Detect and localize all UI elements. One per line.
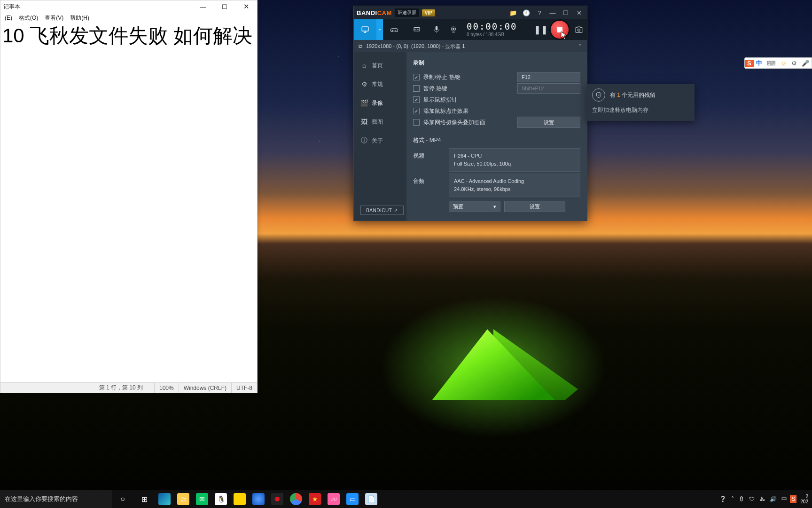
external-icon: ↗ — [394, 208, 398, 213]
settings-button[interactable]: 设置 — [517, 117, 580, 128]
mode-screen-dropdown[interactable]: ▾ — [376, 19, 383, 40]
taskbar-app-explorer[interactable]: 🗂 — [174, 490, 193, 508]
tray-clock[interactable]: 2202 — [797, 494, 811, 504]
sidebar-item-image[interactable]: 🖼截图 — [354, 112, 406, 131]
taskbar-app-wechat[interactable]: ✉ — [193, 490, 211, 508]
spec-audio-value: AAC - Advanced Audio Coding 24.0KHz, ste… — [449, 174, 580, 197]
mic-icon[interactable]: 🎤 — [799, 60, 812, 67]
menu-edit[interactable]: (E) — [2, 14, 15, 22]
spec-video-value: H264 - CPU Full Size, 50.00fps, 100q — [449, 148, 580, 172]
ime-logo[interactable]: S — [745, 60, 754, 67]
mode-screen-button[interactable] — [354, 19, 376, 40]
taskbar-app-pink[interactable]: UU — [324, 490, 343, 508]
checkbox-pause-hotkey[interactable] — [413, 85, 420, 92]
format-settings-button[interactable]: 设置 — [504, 201, 565, 212]
taskbar-app-qq[interactable]: 🐧 — [211, 490, 230, 508]
notepad-titlebar[interactable]: 记事本 — ☐ ✕ — [0, 0, 257, 13]
svg-point-2 — [395, 31, 396, 32]
bandicam-logo: BANDICAM — [357, 9, 392, 16]
taskbar-app-sticky[interactable] — [230, 490, 249, 508]
folder-icon[interactable]: 📁 — [508, 9, 518, 16]
sidebar-item-about[interactable]: ⓘ关于 — [354, 131, 406, 150]
record-timer: 00:00:00 0 bytes / 188.4GB — [462, 19, 533, 40]
tray-ime-icon[interactable]: 中 — [780, 495, 789, 503]
popup-message: 有 1 个无用的残留 — [610, 91, 656, 99]
input-record-hotkey[interactable]: F12 — [517, 72, 580, 82]
spec-audio-label: 音频 — [413, 174, 449, 197]
gear-icon: ⚙ — [360, 80, 368, 88]
svg-point-6 — [453, 28, 454, 30]
gear-icon[interactable]: ⚙ — [789, 60, 799, 67]
tray-network-icon[interactable]: 🖧 — [757, 496, 767, 502]
bandicam-content: 录制 录制/停止 热键 F12 暂停 热键 Shift+F12 显示鼠标指针 添… — [406, 52, 587, 221]
cortana-button[interactable]: ○ — [112, 490, 133, 508]
checkbox-show-cursor[interactable] — [413, 96, 420, 103]
svg-text:HDMI: HDMI — [414, 29, 419, 31]
notepad-menubar: (E) 格式(O) 查看(V) 帮助(H) — [0, 13, 257, 23]
mode-device-button[interactable]: HDMI — [406, 19, 428, 40]
tray-help-icon[interactable]: ❔ — [718, 496, 728, 502]
keyboard-icon[interactable]: ⌨ — [765, 60, 778, 67]
notepad-window: 记事本 — ☐ ✕ (E) 格式(O) 查看(V) 帮助(H) 10 飞秋发文件… — [0, 0, 258, 393]
taskbar-app-window[interactable]: ▭ — [343, 490, 362, 508]
checkbox-record-hotkey[interactable] — [413, 74, 420, 80]
mode-game-button[interactable] — [383, 19, 406, 40]
minimize-button[interactable]: — — [192, 0, 214, 13]
maximize-button[interactable]: ☐ — [561, 9, 571, 16]
capture-info-bar[interactable]: ⧉ 1920x1080 - (0, 0), (1920, 1080) - 显示器… — [354, 40, 587, 52]
label-pause-hotkey: 暂停 热键 — [423, 85, 517, 93]
tray-app-icon[interactable]: 🛢 — [737, 496, 746, 502]
input-pause-hotkey[interactable]: Shift+F12 — [517, 83, 580, 94]
minimize-button[interactable]: — — [547, 9, 558, 16]
record-button[interactable] — [548, 19, 571, 40]
maximize-button[interactable]: ☐ — [214, 0, 235, 13]
bandicam-titlebar[interactable]: BANDICAM 班迪录屏 VIP 📁 🕘 ? — ☐ ✕ — [354, 6, 587, 19]
menu-view[interactable]: 查看(V) — [42, 14, 66, 23]
wallpaper-tent — [423, 315, 583, 400]
taskbar-app-notes[interactable]: 📄 — [362, 490, 381, 508]
popup-action[interactable]: 立即加速释放电脑内存 — [592, 106, 689, 114]
webcam-toggle[interactable] — [445, 19, 462, 40]
security-popup[interactable]: 有 1 个无用的残留 立即加速释放电脑内存 — [586, 84, 695, 121]
pause-button[interactable]: ❚❚ — [533, 19, 548, 40]
ime-toolbar[interactable]: S 中 ⌨ ☺ ⚙ 🎤 — [744, 57, 812, 69]
preset-dropdown[interactable]: 预置▾ — [449, 201, 500, 212]
emoji-icon[interactable]: ☺ — [778, 60, 789, 67]
status-zoom: 100% — [154, 383, 179, 393]
sidebar-item-general[interactable]: ⚙常规 — [354, 75, 406, 94]
notepad-title: 记事本 — [3, 3, 20, 11]
collapse-icon[interactable]: ⌃ — [578, 43, 582, 49]
tray-shield-icon[interactable]: 🛡 — [747, 496, 757, 502]
taskbar-app-edge[interactable] — [155, 490, 174, 508]
checkbox-webcam-overlay[interactable] — [413, 119, 420, 126]
format-header: 格式 — [413, 137, 424, 143]
mic-toggle[interactable] — [428, 19, 445, 40]
tray-sogou-icon[interactable]: S — [790, 495, 796, 503]
status-encoding: UTF-8 — [231, 383, 257, 393]
video-icon: 🎬 — [360, 99, 368, 107]
notepad-textarea[interactable]: 10 飞秋发文件失败 如何解决 — [0, 23, 257, 382]
taskbar-app-emblem[interactable]: ★ — [305, 490, 324, 508]
taskbar-app-browser[interactable] — [249, 490, 268, 508]
menu-help[interactable]: 帮助(H) — [68, 14, 92, 23]
clock-icon[interactable]: 🕘 — [521, 9, 531, 16]
checkbox-click-effect[interactable] — [413, 108, 420, 114]
bandicut-button[interactable]: BANDICUT↗ — [360, 206, 404, 215]
close-button[interactable]: ✕ — [574, 9, 584, 16]
help-icon[interactable]: ? — [534, 9, 545, 16]
bandicam-toolbar: ▾ HDMI 00:00:00 0 bytes / 188.4GB ❚❚ — [354, 19, 587, 40]
menu-format[interactable]: 格式(O) — [16, 14, 40, 23]
screenshot-button[interactable] — [571, 19, 587, 40]
taskbar-search[interactable]: 在这里输入你要搜索的内容 — [0, 490, 112, 508]
sidebar-item-video[interactable]: 🎬录像 — [354, 94, 406, 112]
ime-lang[interactable]: 中 — [754, 59, 765, 67]
taskbar-app-record[interactable] — [268, 490, 287, 508]
taskbar-app-chrome[interactable] — [287, 490, 305, 508]
tray-volume-icon[interactable]: 🔊 — [768, 496, 779, 502]
tray-chevron-icon[interactable]: ˄ — [729, 496, 736, 502]
label-record-hotkey: 录制/停止 热键 — [423, 73, 517, 81]
sidebar-item-home[interactable]: ⌂首页 — [354, 56, 406, 75]
close-button[interactable]: ✕ — [235, 0, 257, 13]
taskview-button[interactable]: ⊞ — [133, 490, 155, 508]
svg-rect-0 — [362, 27, 368, 31]
